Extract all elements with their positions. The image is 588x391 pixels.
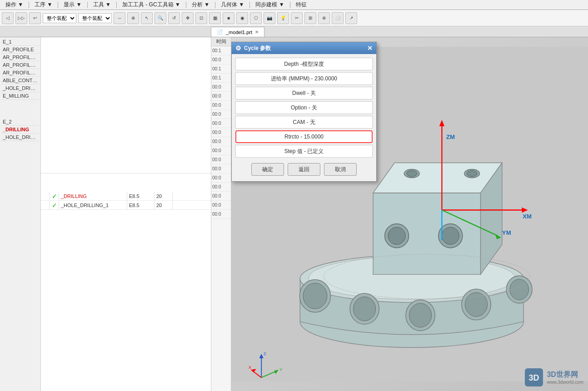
- table-cell-check-0: [41, 192, 50, 200]
- toolbar-btn-iso[interactable]: ⬡: [250, 12, 262, 24]
- menu-separator-5: [186, 2, 186, 8]
- menu-item-process[interactable]: 工序 ▼: [31, 0, 56, 10]
- toolbar-btn-export[interactable]: ↗: [345, 12, 357, 24]
- table-row-0[interactable]: ✓ _DRILLING E8.5 20: [41, 192, 211, 201]
- dialog-row-5-rtrcto[interactable]: Rtrcto - 15.0000: [235, 130, 373, 143]
- time-row-16: 00:0: [211, 192, 231, 201]
- toolbar-btn-fit[interactable]: ⊡: [195, 12, 207, 24]
- table-cell-name-0: _DRILLING: [59, 192, 127, 200]
- left-panel-item-8[interactable]: E_2: [1, 118, 40, 126]
- dialog-title-icon: ⚙: [235, 45, 241, 52]
- toolbar-btn-2[interactable]: ▷▷: [15, 12, 27, 24]
- time-row-5: 00:0: [211, 92, 231, 101]
- toolbar-btn-grid[interactable]: ⊞: [304, 12, 316, 24]
- svg-text:X: X: [249, 365, 252, 370]
- toolbar-btn-section[interactable]: ⬜: [332, 12, 344, 24]
- time-row-9: 00:0: [211, 128, 231, 137]
- svg-point-7: [354, 297, 376, 321]
- dialog-row-1[interactable]: 进给率 (MMPM) - 230.0000: [235, 72, 373, 85]
- menu-item-feature[interactable]: 特征: [292, 0, 310, 10]
- toolbar-btn-shaded[interactable]: ■: [223, 12, 234, 24]
- left-panel-item-6[interactable]: _HOLE_DRILLING: [1, 84, 40, 92]
- toolbar-btn-wire[interactable]: ▦: [209, 12, 221, 24]
- viewport[interactable]: ZM YM XM Z Y: [231, 37, 588, 391]
- toolbar-btn-copy[interactable]: ⊕: [127, 12, 139, 24]
- toolbar-btn-1[interactable]: ◁: [2, 12, 14, 24]
- dialog-back-btn[interactable]: 返回: [288, 163, 320, 176]
- menu-item-display[interactable]: 显示 ▼: [60, 0, 85, 10]
- toolbar-btn-cut[interactable]: ✂: [291, 12, 303, 24]
- brand-logo-icon: 3D: [525, 368, 543, 386]
- time-header: 时间: [211, 37, 231, 46]
- left-panel-item-7[interactable]: E_MILLING: [1, 92, 40, 100]
- svg-text:ZM: ZM: [446, 134, 455, 140]
- tab-close-btn[interactable]: ✕: [255, 30, 259, 35]
- left-panel-item-1[interactable]: AR_PROFILE: [1, 46, 40, 54]
- table-row-1[interactable]: ✓ _HOLE_DRILLING_1 E8.5 20: [41, 201, 211, 210]
- time-row-10: 00:0: [211, 137, 231, 146]
- time-row-14: 00:0: [211, 173, 231, 183]
- menu-item-operations[interactable]: 操作 ▼: [2, 0, 27, 10]
- menu-separator-4: [116, 2, 117, 8]
- dialog-confirm-btn[interactable]: 确定: [251, 163, 284, 176]
- svg-point-13: [510, 279, 529, 300]
- menu-item-analysis[interactable]: 分析 ▼: [188, 0, 213, 10]
- dialog-row-0[interactable]: Depth -模型深度: [235, 58, 373, 70]
- dialog-cancel-btn[interactable]: 取消: [324, 163, 357, 176]
- dialog-row-6[interactable]: Step 值 - 已定义: [235, 145, 373, 158]
- table-cell-val2-1: 20: [154, 201, 173, 209]
- dialog-title-bar[interactable]: ⚙ Cycle 参数 ✕: [232, 42, 376, 54]
- time-row-0: 00:1: [211, 46, 231, 55]
- table-cell-checkmark-1: ✓: [50, 201, 59, 209]
- toolbar-dropdown-1[interactable]: 整个装配: [43, 13, 76, 23]
- dialog-close-btn[interactable]: ✕: [367, 45, 373, 52]
- toolbar-btn-select[interactable]: ↖: [141, 12, 153, 24]
- left-panel-item-5[interactable]: ABLE_CONTOUR: [1, 77, 40, 84]
- left-panel-item-0[interactable]: E_1: [1, 38, 40, 46]
- menu-item-geometry[interactable]: 几何体 ▼: [217, 0, 248, 10]
- toolbar-btn-pan[interactable]: ✥: [182, 12, 194, 24]
- dialog-row-3[interactable]: Option - 关: [235, 101, 373, 114]
- dialog-row-4[interactable]: CAM - 无: [235, 116, 373, 129]
- time-row-7: 00:0: [211, 110, 231, 119]
- dialog-row-2[interactable]: Dwell - 关: [235, 87, 373, 99]
- left-panel-item-10[interactable]: _HOLE_DRILLING_1: [1, 134, 40, 141]
- toolbar-btn-3[interactable]: ↩: [29, 12, 41, 24]
- toolbar-btn-axis[interactable]: ⊕: [318, 12, 330, 24]
- toolbar-btn-render[interactable]: ◉: [236, 12, 248, 24]
- svg-text:3D: 3D: [529, 373, 539, 382]
- toolbar-btn-move[interactable]: ↔: [114, 12, 125, 24]
- svg-text:Z: Z: [264, 351, 266, 356]
- toolbar-btn-zoom[interactable]: 🔍: [154, 12, 166, 24]
- branding: 3D 3D世界网 www.3dworld.com: [525, 368, 583, 386]
- toolbar-btn-camera[interactable]: 📷: [264, 12, 275, 24]
- menu-item-cam-tools[interactable]: 加工工具 - GC工具箱 ▼: [119, 0, 184, 10]
- toolbar-btn-rotate[interactable]: ↺: [168, 12, 180, 24]
- left-panel-item-9[interactable]: _DRILLING: [1, 126, 40, 134]
- time-row-3: 00:1: [211, 74, 231, 83]
- menu-item-sync-model[interactable]: 同步建模 ▼: [252, 0, 288, 10]
- brand-name: 3D世界网: [547, 370, 583, 380]
- time-row-8: 00:0: [211, 119, 231, 128]
- toolbar-dropdown-2[interactable]: 整个装配: [78, 13, 112, 23]
- main-layout: E_1 AR_PROFILE AR_PROFILE_1 AR_PROFILE_1…: [0, 37, 588, 391]
- dialog-body: Depth -模型深度 进给率 (MMPM) - 230.0000 Dwell …: [232, 54, 376, 181]
- left-panel-content: E_1 AR_PROFILE AR_PROFILE_1 AR_PROFILE_1…: [0, 37, 40, 142]
- time-row-17: 00:0: [211, 201, 231, 210]
- svg-point-5: [303, 283, 327, 309]
- time-row-12: 00:0: [211, 155, 231, 164]
- menu-item-tools[interactable]: 工具 ▼: [90, 0, 115, 10]
- left-panel-item-2[interactable]: AR_PROFILE_1: [1, 54, 40, 61]
- left-panel-item-3[interactable]: AR_PROFILE_1_C: [1, 61, 40, 69]
- time-row-2: 00:1: [211, 64, 231, 74]
- svg-point-9: [409, 303, 432, 327]
- svg-point-11: [465, 292, 488, 317]
- brand-url: www.3dworld.com: [547, 380, 583, 385]
- table-area: ✓ _DRILLING E8.5 20 ✓ _HOLE_DRILLING_1 E…: [41, 37, 211, 391]
- tab-model1[interactable]: 📄 _model1.prt ✕: [211, 27, 264, 37]
- table-cell-checkmark-0: ✓: [50, 192, 59, 200]
- toolbar-btn-light[interactable]: 💡: [277, 12, 289, 24]
- svg-text:Y: Y: [279, 367, 283, 372]
- time-row-4: 00:0: [211, 83, 231, 92]
- left-panel-item-4[interactable]: AR_PROFILE_1_C: [1, 69, 40, 77]
